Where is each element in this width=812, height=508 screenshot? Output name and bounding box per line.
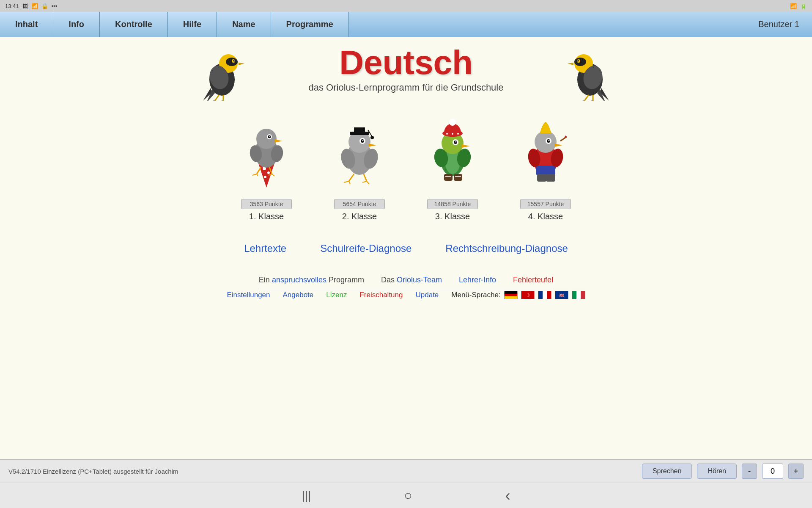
android-home-button[interactable]: ○	[404, 488, 412, 503]
page-subtitle: das Oriolus-Lernprogramm für die Grundsc…	[309, 82, 504, 93]
nav-inhalt[interactable]: Inhalt	[0, 12, 53, 37]
flag-tr[interactable]: ☽	[521, 291, 535, 299]
einstellungen-link[interactable]: Einstellungen	[227, 291, 270, 299]
bottom-divider	[258, 289, 554, 289]
rechtschreibung-link[interactable]: Rechtschreibung-Diagnose	[445, 243, 568, 254]
sprechen-button[interactable]: Sprechen	[642, 464, 692, 479]
flag-de[interactable]	[504, 291, 518, 299]
svg-point-2	[226, 58, 238, 66]
svg-rect-89	[546, 174, 555, 182]
nav-info[interactable]: Info	[53, 12, 100, 37]
count-minus-button[interactable]: -	[742, 464, 757, 479]
lehrer-info-link[interactable]: Lehrer-Info	[459, 276, 496, 284]
main-content: Deutsch das Oriolus-Lernprogramm für die…	[0, 37, 812, 459]
nav-programme[interactable]: Programme	[271, 12, 349, 37]
svg-point-18	[577, 60, 578, 61]
svg-line-20	[584, 95, 589, 101]
android-back-button[interactable]: ‹	[505, 487, 510, 505]
bottom-toolbar: V54.2/1710 Einzellizenz (PC+Tablet) ausg…	[0, 459, 812, 483]
nav-hilfe[interactable]: Hilfe	[168, 12, 217, 37]
wifi-icon: 📶	[790, 3, 797, 9]
update-link[interactable]: Update	[416, 291, 439, 299]
android-menu-button[interactable]: |||	[302, 489, 311, 502]
svg-line-58	[349, 181, 350, 184]
battery-icon: 🔋	[800, 3, 807, 9]
svg-line-41	[257, 174, 258, 176]
more-icon: •••	[52, 3, 58, 9]
grade-1-points: 3563 Punkte	[241, 199, 292, 209]
grade-2-bird-icon	[328, 116, 391, 198]
bird-left	[195, 41, 250, 102]
time-display: 13:41	[5, 3, 19, 9]
svg-point-32	[256, 129, 277, 149]
menu-sprache: Menü-Sprache: ☽ 🇬🇧	[451, 291, 585, 299]
angebote-link[interactable]: Angebote	[283, 291, 314, 299]
grade-3-points: 14858 Punkte	[427, 199, 478, 209]
fehler-link[interactable]: Fehlerteufel	[513, 276, 553, 284]
grade-2-bird	[326, 114, 393, 199]
toolbar-right: Sprechen Hören - 0 +	[642, 464, 804, 479]
svg-line-57	[344, 181, 349, 182]
svg-point-29	[264, 176, 266, 178]
header-section: Deutsch das Oriolus-Lernprogramm für die…	[0, 37, 812, 93]
svg-point-67	[452, 133, 453, 135]
grade-3-item[interactable]: 14858 Punkte 3. Klasse	[419, 114, 486, 221]
svg-point-66	[446, 133, 448, 135]
svg-rect-79	[536, 166, 555, 175]
nav-user: Benutzer 1	[758, 19, 812, 29]
flag-gb[interactable]: 🇬🇧	[555, 291, 568, 299]
photo-icon: 🖼	[22, 3, 28, 9]
fehler-text: Fehlerteufel	[513, 276, 553, 284]
grade-2-item[interactable]: 5654 Punkte 2. Klasse	[326, 114, 393, 221]
flag-fr[interactable]	[538, 291, 551, 299]
svg-line-40	[252, 174, 257, 175]
page-title: Deutsch	[309, 46, 504, 80]
svg-point-34	[268, 135, 271, 138]
svg-line-55	[349, 174, 354, 181]
oriole-right-icon	[562, 41, 617, 101]
svg-line-38	[257, 167, 261, 174]
grade-1-item[interactable]: ABC	[233, 114, 300, 221]
count-display: 0	[762, 464, 783, 479]
grade-2-points: 5654 Punkte	[334, 199, 385, 209]
nav-kontrolle[interactable]: Kontrolle	[100, 12, 168, 37]
grade-1-bird: ABC	[233, 114, 300, 199]
grade-4-bird	[512, 114, 579, 199]
svg-line-84	[560, 137, 567, 141]
flag-it[interactable]	[572, 291, 585, 299]
horen-button[interactable]: Hören	[697, 464, 737, 479]
grade-section: ABC	[233, 114, 579, 221]
grade-4-label: 4. Klasse	[528, 212, 563, 221]
svg-line-59	[362, 181, 367, 182]
grade-2-label: 2. Klasse	[342, 212, 377, 221]
status-bar-right: 📶 🔋	[790, 3, 807, 9]
svg-rect-47	[354, 127, 365, 133]
lizenz-link[interactable]: Lizenz	[326, 291, 347, 299]
svg-point-4	[233, 60, 236, 62]
freischaltung-link[interactable]: Freischaltung	[359, 291, 403, 299]
anspruchsvolles-link[interactable]: anspruchsvolles	[272, 276, 326, 284]
svg-rect-75	[454, 174, 462, 181]
svg-line-7	[215, 95, 219, 101]
bottom-settings-row: Einstellungen Angebote Lizenz Freischalt…	[0, 291, 812, 299]
svg-point-28	[267, 171, 270, 174]
grade-4-item[interactable]: 15557 Punkte 4. Klasse	[512, 114, 579, 221]
bottom-links-row-1: Ein anspruchsvolles Programm Das Oriolus…	[0, 276, 812, 284]
svg-point-65	[449, 119, 456, 126]
title-block: Deutsch das Oriolus-Lernprogramm für die…	[309, 46, 504, 93]
nav-name[interactable]: Name	[217, 12, 271, 37]
schulreife-link[interactable]: Schulreife-Diagnose	[320, 243, 411, 254]
links-section: Lehrtexte Schulreife-Diagnose Rechtschre…	[244, 243, 568, 254]
lehrtexte-link[interactable]: Lehrtexte	[244, 243, 286, 254]
ein-text: Ein anspruchsvolles Programm	[259, 276, 364, 284]
svg-line-56	[364, 174, 367, 181]
menu-sprache-label: Menü-Sprache:	[451, 291, 500, 299]
oriolus-team-link[interactable]: Oriolus-Team	[397, 276, 442, 284]
svg-point-68	[457, 133, 459, 135]
svg-point-49	[370, 136, 374, 139]
svg-point-83	[549, 140, 550, 141]
svg-point-52	[362, 140, 364, 141]
nav-bar: Inhalt Info Kontrolle Hilfe Name Program…	[0, 12, 812, 37]
count-plus-button[interactable]: +	[788, 464, 804, 479]
status-bar: 13:41 🖼 📶 🔒 ••• 📶 🔋	[0, 0, 812, 12]
